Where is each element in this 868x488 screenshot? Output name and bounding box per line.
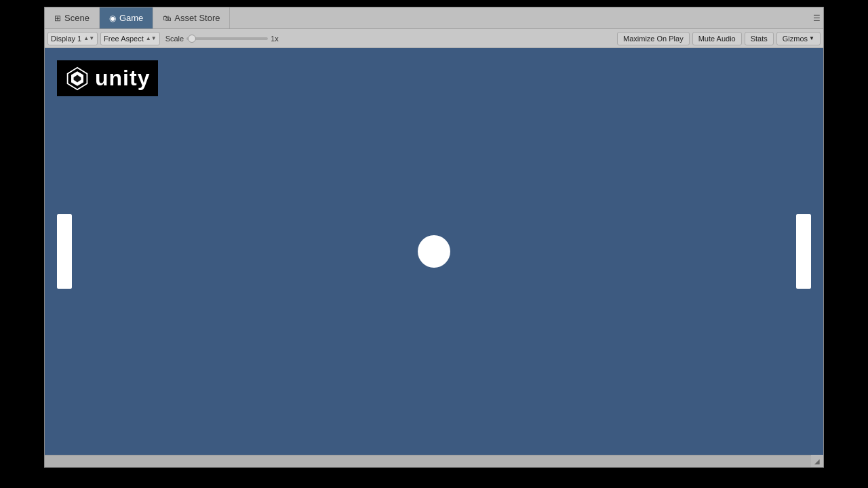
- aspect-select[interactable]: Free Aspect ▲▼: [100, 32, 160, 45]
- display-arrow-icon: ▲▼: [83, 35, 94, 41]
- maximize-label: Maximize On Play: [623, 35, 684, 43]
- scale-slider[interactable]: [186, 37, 268, 40]
- gizmos-label: Gizmos: [783, 35, 808, 43]
- ball: [418, 235, 450, 268]
- tab-asset-store-label: Asset Store: [174, 13, 220, 23]
- tab-game-label: Game: [119, 13, 143, 23]
- scale-value: 1x: [271, 35, 279, 43]
- tab-asset-store[interactable]: 🛍 Asset Store: [153, 7, 230, 28]
- stats-button[interactable]: Stats: [745, 32, 774, 45]
- tab-scene[interactable]: ⊞ Scene: [45, 7, 100, 28]
- unity-window: ⊞ Scene ◉ Game 🛍 Asset Store ☰ Display 1…: [44, 7, 824, 468]
- asset-store-icon: 🛍: [163, 14, 171, 23]
- scale-label: Scale: [165, 35, 184, 43]
- tab-game[interactable]: ◉ Game: [100, 7, 153, 28]
- tab-scene-label: Scene: [64, 13, 90, 23]
- stats-label: Stats: [751, 35, 768, 43]
- tab-bar-options[interactable]: ☰: [813, 7, 823, 28]
- scale-thumb[interactable]: [188, 35, 196, 43]
- paddle-right: [796, 214, 811, 289]
- display-label: Display 1: [51, 35, 81, 43]
- unity-logo: unity: [57, 60, 158, 96]
- toolbar: Display 1 ▲▼ Free Aspect ▲▼ Scale 1x Max…: [45, 29, 823, 48]
- gizmos-arrow-icon: ▼: [809, 35, 814, 41]
- unity-logo-text: unity: [95, 66, 150, 91]
- scene-icon: ⊞: [54, 14, 61, 23]
- aspect-label: Free Aspect: [104, 35, 144, 43]
- scale-group: Scale 1x: [165, 35, 279, 43]
- tab-bar: ⊞ Scene ◉ Game 🛍 Asset Store ☰: [45, 7, 823, 29]
- status-bar: ◢: [45, 455, 823, 467]
- display-select[interactable]: Display 1 ▲▼: [47, 32, 98, 45]
- mute-label: Mute Audio: [698, 35, 736, 43]
- gizmos-button[interactable]: Gizmos ▼: [776, 32, 821, 45]
- paddle-left: [57, 214, 72, 289]
- unity-diamond-icon: [65, 66, 90, 91]
- game-viewport: unity: [45, 48, 823, 455]
- game-icon: ◉: [109, 14, 116, 23]
- maximize-button[interactable]: Maximize On Play: [617, 32, 690, 45]
- aspect-arrow-icon: ▲▼: [146, 35, 157, 41]
- mute-button[interactable]: Mute Audio: [692, 32, 742, 45]
- resize-handle[interactable]: ◢: [811, 455, 823, 467]
